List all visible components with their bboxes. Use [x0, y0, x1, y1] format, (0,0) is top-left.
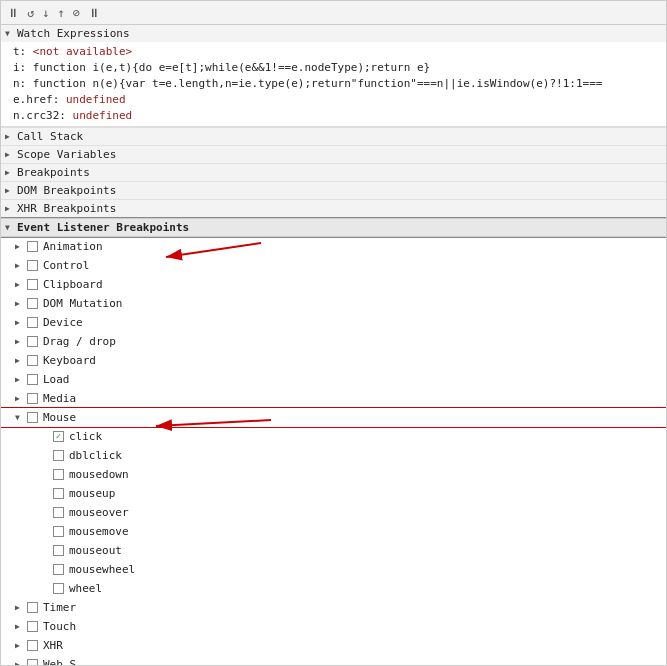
wheel-checkbox[interactable]: [53, 583, 64, 594]
toolbar: ⏸ ↺ ↓ ↑ ⊘ ⏸: [1, 1, 666, 25]
device-checkbox[interactable]: [27, 317, 38, 328]
event-mouseover[interactable]: mouseover: [1, 503, 666, 522]
scope-variables-section: Scope Variables: [1, 146, 666, 164]
load-checkbox[interactable]: [27, 374, 38, 385]
event-click[interactable]: ✓ click: [1, 427, 666, 446]
event-clipboard[interactable]: Clipboard: [1, 275, 666, 294]
xhr-breakpoints-triangle: [5, 204, 15, 213]
drag-drop-label: Drag / drop: [43, 333, 116, 350]
event-touch[interactable]: Touch: [1, 617, 666, 636]
animation-label: Animation: [43, 238, 103, 255]
event-mousewheel[interactable]: mousewheel: [1, 560, 666, 579]
clipboard-checkbox[interactable]: [27, 279, 38, 290]
mouse-checkbox[interactable]: [27, 412, 38, 423]
breakpoints-section: Breakpoints: [1, 164, 666, 182]
keyboard-checkbox[interactable]: [27, 355, 38, 366]
websocket-label: Web S...: [43, 656, 96, 665]
event-device[interactable]: Device: [1, 313, 666, 332]
step-into-icon[interactable]: ↓: [42, 6, 49, 20]
watch-line-t: t: <not available>: [9, 44, 658, 60]
event-dblclick[interactable]: dblclick: [1, 446, 666, 465]
watch-line-ehref: e.href: undefined: [9, 92, 658, 108]
clipboard-triangle: [15, 276, 25, 293]
control-checkbox[interactable]: [27, 260, 38, 271]
media-checkbox[interactable]: [27, 393, 38, 404]
event-control[interactable]: Control: [1, 256, 666, 275]
event-list: Animation Control Clipboard: [1, 237, 666, 665]
call-stack-header[interactable]: Call Stack: [1, 128, 666, 145]
breakpoints-triangle: [5, 168, 15, 177]
dblclick-checkbox[interactable]: [53, 450, 64, 461]
watch-line-ncrc32: n.crc32: undefined: [9, 108, 658, 124]
touch-label: Touch: [43, 618, 76, 635]
scope-variables-triangle: [5, 150, 15, 159]
xhr-label: XHR: [43, 637, 63, 654]
xhr-triangle: [15, 637, 25, 654]
touch-checkbox[interactable]: [27, 621, 38, 632]
mouseup-checkbox[interactable]: [53, 488, 64, 499]
event-load[interactable]: Load: [1, 370, 666, 389]
pause-icon[interactable]: ⏸: [7, 6, 19, 20]
event-listener-triangle: ▼: [5, 223, 15, 232]
pause-on-exceptions-icon[interactable]: ⏸: [88, 6, 100, 20]
drag-drop-checkbox[interactable]: [27, 336, 38, 347]
event-mouse[interactable]: Mouse: [1, 408, 666, 427]
watch-line-i: i: function i(e,t){do e=e[t];while(e&&1!…: [9, 60, 658, 76]
event-mousemove[interactable]: mousemove: [1, 522, 666, 541]
touch-triangle: [15, 618, 25, 635]
animation-triangle: [15, 238, 25, 255]
dom-mutation-checkbox[interactable]: [27, 298, 38, 309]
event-mouseup[interactable]: mouseup: [1, 484, 666, 503]
animation-checkbox[interactable]: [27, 241, 38, 252]
websocket-triangle: [15, 656, 25, 665]
dblclick-label: dblclick: [69, 447, 122, 464]
event-media[interactable]: Media: [1, 389, 666, 408]
debugger-panel: ⏸ ↺ ↓ ↑ ⊘ ⏸ Wat: [0, 0, 667, 666]
step-over-icon[interactable]: ↺: [27, 6, 34, 20]
watch-content: t: <not available> i: function i(e,t){do…: [1, 42, 666, 127]
event-wheel[interactable]: wheel: [1, 579, 666, 598]
timer-checkbox[interactable]: [27, 602, 38, 613]
media-label: Media: [43, 390, 76, 407]
mouseover-checkbox[interactable]: [53, 507, 64, 518]
wheel-label: wheel: [69, 580, 102, 597]
mouseover-label: mouseover: [69, 504, 129, 521]
event-drag-drop[interactable]: Drag / drop: [1, 332, 666, 351]
device-triangle: [15, 314, 25, 331]
scope-variables-label: Scope Variables: [17, 148, 116, 161]
call-stack-label: Call Stack: [17, 130, 83, 143]
breakpoints-header[interactable]: Breakpoints: [1, 164, 666, 181]
event-xhr[interactable]: XHR: [1, 636, 666, 655]
dom-breakpoints-section: DOM Breakpoints: [1, 182, 666, 200]
event-mousedown[interactable]: mousedown: [1, 465, 666, 484]
mousedown-checkbox[interactable]: [53, 469, 64, 480]
xhr-checkbox[interactable]: [27, 640, 38, 651]
step-out-icon[interactable]: ↑: [57, 6, 64, 20]
mousemove-checkbox[interactable]: [53, 526, 64, 537]
event-listener-header[interactable]: ▼ Event Listener Breakpoints: [1, 218, 666, 237]
mousewheel-checkbox[interactable]: [53, 564, 64, 575]
dom-breakpoints-triangle: [5, 186, 15, 195]
call-stack-section: Call Stack: [1, 128, 666, 146]
click-checkbox[interactable]: ✓: [53, 431, 64, 442]
event-listener-section: ▼ Event Listener Breakpoints Animation C…: [1, 218, 666, 665]
mouseout-label: mouseout: [69, 542, 122, 559]
event-keyboard[interactable]: Keyboard: [1, 351, 666, 370]
watch-triangle: [5, 29, 15, 38]
xhr-breakpoints-header[interactable]: XHR Breakpoints: [1, 200, 666, 217]
event-dom-mutation[interactable]: DOM Mutation: [1, 294, 666, 313]
dom-breakpoints-header[interactable]: DOM Breakpoints: [1, 182, 666, 199]
event-animation[interactable]: Animation: [1, 237, 666, 256]
mousewheel-label: mousewheel: [69, 561, 135, 578]
watch-expressions-header[interactable]: Watch Expressions: [1, 25, 666, 42]
deactivate-breakpoints-icon[interactable]: ⊘: [73, 6, 80, 20]
event-websocket[interactable]: Web S...: [1, 655, 666, 665]
scope-variables-header[interactable]: Scope Variables: [1, 146, 666, 163]
event-mouseout[interactable]: mouseout: [1, 541, 666, 560]
mousemove-label: mousemove: [69, 523, 129, 540]
timer-label: Timer: [43, 599, 76, 616]
event-timer[interactable]: Timer: [1, 598, 666, 617]
call-stack-triangle: [5, 132, 15, 141]
websocket-checkbox[interactable]: [27, 659, 38, 665]
mouseout-checkbox[interactable]: [53, 545, 64, 556]
